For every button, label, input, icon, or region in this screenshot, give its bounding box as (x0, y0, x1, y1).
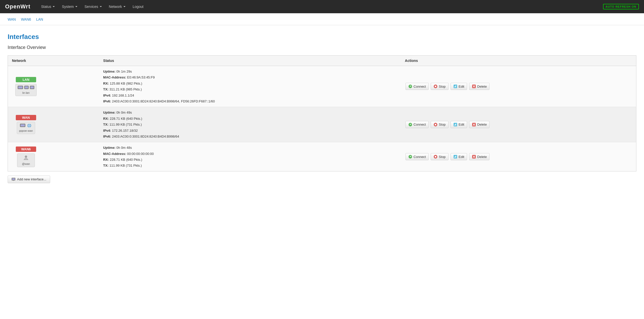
actions-cell: Connect Stop Edit (401, 66, 636, 107)
caret-icon (75, 6, 77, 7)
network-badge: WAN (16, 115, 36, 120)
svg-rect-38 (12, 178, 15, 180)
nav-item-status[interactable]: Status (38, 3, 58, 10)
section-title: Interface Overview (8, 45, 636, 50)
svg-point-29 (409, 155, 412, 158)
connect-icon (408, 155, 412, 159)
tab-wan[interactable]: WAN (8, 17, 16, 25)
auto-refresh-badge[interactable]: AUTO REFRESH ON (603, 4, 639, 9)
svg-rect-8 (435, 86, 436, 87)
status-cell: Uptime: 0h 0m 48sMAC-Address: 00:00:00:0… (99, 142, 401, 171)
network-cell-wan6: WAN6 @wan (8, 142, 99, 171)
col-network: Network (8, 56, 99, 66)
iface-name: @wan (22, 162, 30, 165)
edit-button[interactable]: Edit (451, 153, 467, 160)
edit-icon (453, 84, 457, 88)
nav-link-network[interactable]: Network (106, 3, 129, 10)
stop-icon (433, 84, 438, 88)
add-icon (11, 177, 16, 181)
caret-icon (100, 6, 102, 7)
col-actions: Actions (401, 56, 636, 66)
svg-rect-15 (21, 124, 25, 126)
delete-icon (472, 155, 476, 159)
network-badge: WAN6 (16, 147, 36, 152)
connect-icon (408, 84, 412, 88)
nav-link-services[interactable]: Services (81, 3, 105, 10)
iface-name: br-lan (22, 91, 30, 94)
delete-icon (472, 84, 476, 88)
stop-button[interactable]: Stop (431, 121, 449, 128)
network-badge: LAN (16, 77, 36, 82)
connect-icon (408, 123, 412, 127)
nav-item-logout[interactable]: Logout (130, 3, 147, 10)
iface-icon-box: pppoe-wan (17, 122, 35, 134)
iface-name: pppoe-wan (19, 129, 33, 132)
tabs-container: WAN WAN6 LAN (0, 13, 644, 25)
edit-icon (453, 123, 457, 127)
svg-point-6 (409, 85, 412, 88)
tab-lan[interactable]: LAN (36, 17, 43, 25)
actions-cell: Connect Stop Edit (401, 142, 636, 171)
status-cell: Uptime: 0h 1m 29sMAC-Address: E0:46:9A:5… (99, 66, 401, 107)
stop-button[interactable]: Stop (431, 153, 449, 160)
connect-button[interactable]: Connect (405, 83, 429, 90)
caret-icon (53, 6, 55, 7)
svg-rect-31 (435, 156, 436, 157)
status-cell: Uptime: 0h 0m 49sRX: 228.71 KB (640 Pkts… (99, 107, 401, 142)
edit-button[interactable]: Edit (451, 121, 467, 128)
table-body: LAN br-lan Uptime: 0h 1m 29sMAC-Address:… (8, 66, 636, 171)
svg-marker-39 (13, 180, 14, 181)
connect-button[interactable]: Connect (405, 153, 429, 160)
nav-item-network[interactable]: Network (106, 3, 129, 10)
network-cell-lan: LAN br-lan (8, 66, 99, 107)
col-status: Status (99, 56, 401, 66)
edit-icon (453, 155, 457, 159)
svg-rect-22 (435, 124, 436, 125)
nav-link-system[interactable]: System (59, 3, 80, 10)
table-row: WAN pppoe-wan Uptime: 0h 0m 49sRX: 228.7… (8, 107, 636, 142)
nav-link-logout[interactable]: Logout (130, 3, 147, 10)
svg-rect-1 (18, 86, 22, 88)
delete-button[interactable]: Delete (469, 121, 490, 128)
actions-cell: Connect Stop Edit (401, 107, 636, 142)
nav-item-system[interactable]: System (59, 3, 80, 10)
iface-icon-box: @wan (17, 153, 35, 167)
page-title: Interfaces (8, 33, 636, 41)
svg-rect-5 (31, 86, 34, 88)
stop-icon (433, 155, 438, 159)
stop-button[interactable]: Stop (431, 83, 449, 90)
stop-icon (433, 123, 438, 127)
delete-button[interactable]: Delete (469, 83, 490, 90)
svg-rect-3 (25, 86, 28, 88)
table-row: LAN br-lan Uptime: 0h 1m 29sMAC-Address:… (8, 66, 636, 107)
navbar: OpenWrt Status System Services Network (0, 0, 644, 13)
main-content: Interfaces Interface Overview Network St… (0, 25, 644, 191)
svg-point-20 (409, 123, 412, 126)
brand-logo: OpenWrt (5, 3, 30, 10)
tab-wan6[interactable]: WAN6 (21, 17, 31, 25)
nav-link-status[interactable]: Status (38, 3, 58, 10)
nav-menu: Status System Services Network Logou (38, 3, 603, 10)
iface-icon-box: br-lan (15, 84, 37, 96)
edit-button[interactable]: Edit (451, 83, 467, 90)
interface-table: Network Status Actions LAN br-lan Up (8, 55, 636, 171)
add-interface-button[interactable]: Add new interface... (8, 176, 50, 183)
svg-point-28 (25, 156, 27, 158)
delete-icon (472, 123, 476, 127)
connect-button[interactable]: Connect (405, 121, 429, 128)
delete-button[interactable]: Delete (469, 153, 490, 160)
caret-icon (123, 6, 125, 7)
table-row: WAN6 @wan Uptime: 0h 0m 48sMAC-Address: … (8, 142, 636, 171)
table-header: Network Status Actions (8, 56, 636, 66)
nav-item-services[interactable]: Services (81, 3, 105, 10)
network-cell-wan: WAN pppoe-wan (8, 107, 99, 142)
